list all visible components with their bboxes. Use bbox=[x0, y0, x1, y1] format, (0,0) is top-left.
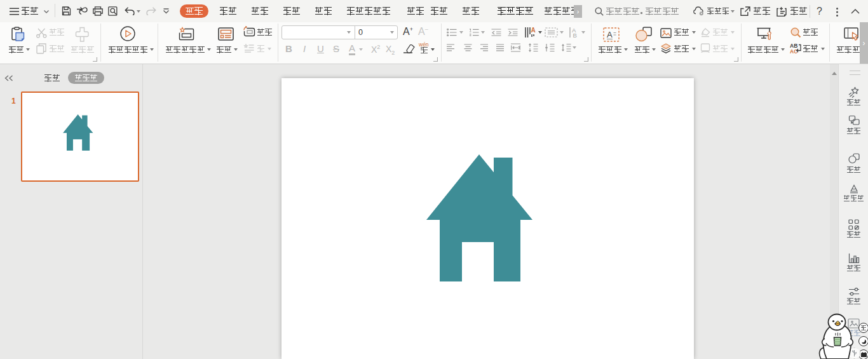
svg-text:B: B bbox=[573, 32, 577, 38]
svg-text:A: A bbox=[531, 27, 536, 34]
svg-text:A: A bbox=[607, 30, 613, 39]
